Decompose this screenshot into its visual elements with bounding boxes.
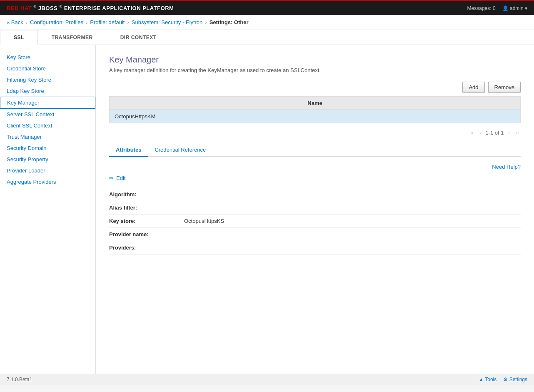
attr-row-providers: Providers: [109, 241, 521, 255]
sidebar-item-key-store[interactable]: Key Store [0, 52, 95, 63]
page-prev-btn[interactable]: ‹ [478, 128, 483, 137]
breadcrumb: « Back › Configuration: Profiles › Profi… [0, 15, 534, 30]
main-layout: Key Store Credential Store Filtering Key… [0, 45, 534, 374]
attr-row-key-store: Key store: OctopusHttpsKS [109, 215, 521, 228]
page-next-btn[interactable]: › [507, 128, 512, 137]
settings-link[interactable]: ⚙ Settings [503, 377, 527, 382]
table-row[interactable]: OctopusHttpsKM [110, 110, 521, 123]
need-help-link[interactable]: Need Help? [492, 164, 521, 170]
attributes-header: Need Help? [109, 164, 521, 170]
sidebar-item-server-ssl-context[interactable]: Server SSL Context [0, 109, 95, 120]
attr-label-key-store: Key store: [109, 218, 184, 224]
user-menu[interactable]: 👤 admin ▾ [502, 5, 527, 11]
breadcrumb-current: Settings: Other [210, 19, 249, 25]
sidebar-item-filtering-key-store[interactable]: Filtering Key Store [0, 74, 95, 85]
attr-label-provider-name: Provider name: [109, 231, 184, 237]
tab-dir-context[interactable]: DIR CONTEXT [107, 30, 170, 45]
sidebar-item-trust-manager[interactable]: Trust Manager [0, 131, 95, 142]
content-area: Key Manager A key manager definition for… [96, 45, 534, 374]
brand-red: RED HAT [7, 5, 32, 12]
sub-tab-credential-reference[interactable]: Credential Reference [148, 143, 212, 157]
attributes-panel: Need Help? ✏ Edit Algorithm: Alias filte… [109, 164, 521, 255]
attr-row-provider-name: Provider name: [109, 228, 521, 241]
page-info: 1-1 of 1 [485, 130, 504, 136]
section-desc: A key manager definition for creating th… [109, 67, 521, 73]
tools-link[interactable]: ▲ Tools [479, 377, 497, 382]
sidebar-item-provider-loader[interactable]: Provider Loader [0, 165, 95, 176]
sub-tabs: Attributes Credential Reference [109, 143, 521, 157]
sidebar-item-client-ssl-context[interactable]: Client SSL Context [0, 120, 95, 131]
remove-button[interactable]: Remove [488, 82, 521, 93]
pagination: « ‹ 1-1 of 1 › » [109, 127, 521, 143]
key-manager-table: Name OctopusHttpsKM [109, 96, 521, 123]
breadcrumb-item-1[interactable]: Profile: default [90, 19, 125, 25]
section-title: Key Manager [109, 55, 521, 65]
messages-count: Messages: 0 [467, 5, 496, 11]
page-first-btn[interactable]: « [469, 128, 475, 137]
brand-jboss: JBOSS [38, 5, 58, 12]
sidebar-item-security-domain[interactable]: Security Domain [0, 142, 95, 154]
edit-button[interactable]: ✏ Edit [109, 175, 521, 181]
edit-icon: ✏ [109, 175, 114, 181]
tab-ssl[interactable]: SSL [0, 30, 38, 45]
app-footer: 7.1.0.Beta1 ▲ Tools ⚙ Settings [0, 374, 534, 385]
page-last-btn[interactable]: » [514, 128, 521, 137]
sidebar: Key Store Credential Store Filtering Key… [0, 45, 96, 374]
back-link[interactable]: « Back [7, 19, 23, 25]
app-header: RED HAT ® JBOSS ® ENTERPRISE APPLICATION… [0, 0, 534, 15]
table-header-name: Name [110, 97, 521, 110]
sidebar-item-key-manager[interactable]: Key Manager [0, 97, 95, 109]
attr-label-providers: Providers: [109, 245, 184, 251]
edit-label: Edit [116, 175, 125, 181]
main-tabs: SSL TRANSFORMER DIR CONTEXT [0, 30, 534, 45]
breadcrumb-item-0[interactable]: Configuration: Profiles [30, 19, 83, 25]
app-title: RED HAT ® JBOSS ® ENTERPRISE APPLICATION… [7, 5, 174, 11]
breadcrumb-item-2[interactable]: Subsystem: Security - Elytron [132, 19, 203, 25]
version-label: 7.1.0.Beta1 [7, 377, 32, 382]
footer-right: ▲ Tools ⚙ Settings [479, 377, 527, 382]
brand-suffix: ENTERPRISE APPLICATION PLATFORM [64, 5, 174, 12]
sub-tab-attributes[interactable]: Attributes [109, 143, 148, 157]
header-right: Messages: 0 👤 admin ▾ [467, 5, 527, 11]
table-toolbar: Add Remove [109, 82, 521, 93]
attr-value-key-store: OctopusHttpsKS [184, 218, 224, 224]
add-button[interactable]: Add [462, 82, 484, 93]
attr-label-alias-filter: Alias filter: [109, 205, 184, 211]
attr-row-alias-filter: Alias filter: [109, 201, 521, 215]
table-cell-name: OctopusHttpsKM [110, 110, 521, 123]
tab-transformer[interactable]: TRANSFORMER [38, 30, 107, 45]
attr-label-algorithm: Algorithm: [109, 191, 184, 197]
sidebar-item-ldap-key-store[interactable]: Ldap Key Store [0, 85, 95, 97]
sidebar-item-security-property[interactable]: Security Property [0, 154, 95, 165]
attr-row-algorithm: Algorithm: [109, 188, 521, 201]
sidebar-item-credential-store[interactable]: Credential Store [0, 63, 95, 74]
sidebar-item-aggregate-providers[interactable]: Aggregate Providers [0, 176, 95, 187]
